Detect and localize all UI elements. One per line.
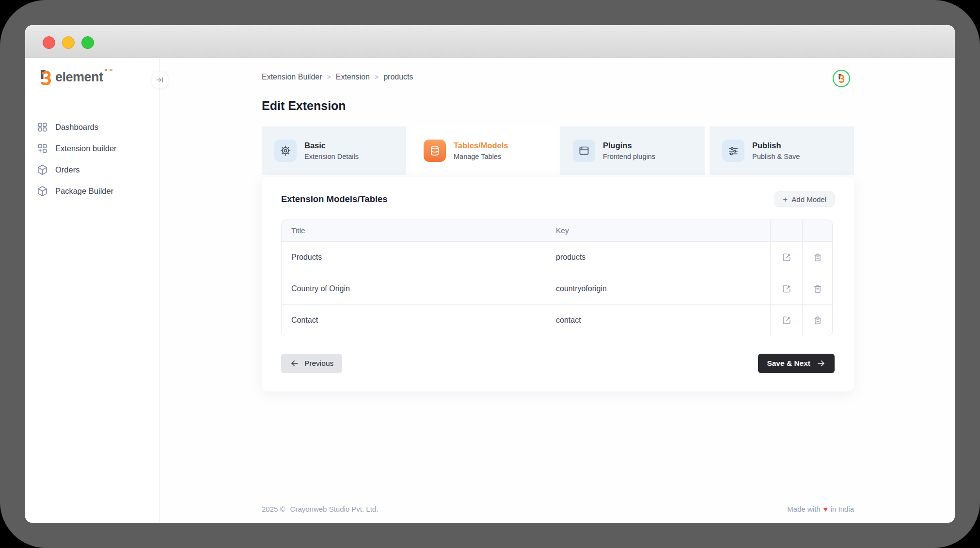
user-avatar[interactable] [833,70,850,87]
window-controls [43,36,94,49]
logo-dot [105,69,107,71]
tab-subtitle: Frontend plugins [603,153,655,160]
tab-subtitle: Extension Details [304,153,359,160]
package-box-icon [37,164,48,175]
previous-button[interactable]: Previous [281,354,342,373]
edit-row-button[interactable] [771,242,802,273]
edit-icon [781,283,792,294]
brand-logo: element ™ [37,69,159,86]
trash-icon [812,283,823,294]
page-footer: 2025 © Crayonweb Studio Pvt. Ltd. Made w… [262,505,854,513]
window-titlebar [25,25,955,58]
delete-row-button[interactable] [803,273,832,304]
plus-icon: + [783,195,788,204]
delete-row-button[interactable] [803,305,832,336]
models-table: Title Key Products products [281,219,833,336]
wizard-tabs: Basic Extension Details Tables/Models Ma… [262,126,854,175]
arrow-to-bar-icon [156,76,164,84]
maximize-window-button[interactable] [81,36,94,49]
breadcrumb-extension-builder[interactable]: Extension Builder [262,73,322,81]
dashboard-grid-icon [37,122,48,133]
table-header-row: Title Key [281,219,833,242]
tab-title: Tables/Models [454,141,508,150]
tab-plugins[interactable]: Plugins Frontend plugins [560,126,705,175]
sidebar-nav: Dashboards Extension builder Orders Pack… [37,116,159,202]
column-header-title: Title [281,219,546,242]
breadcrumb-extension[interactable]: Extension [336,73,370,81]
main-area: Extension Builder > Extension > products… [160,58,955,522]
add-model-label: Add Model [791,195,826,204]
trademark-symbol: ™ [108,68,113,73]
cell-title: Contact [281,305,546,336]
column-header-edit [770,219,802,242]
sidebar-item-dashboards[interactable]: Dashboards [37,116,159,138]
arrow-right-icon [816,359,826,368]
breadcrumb: Extension Builder > Extension > products [262,73,854,81]
extension-grid-plus-icon [37,143,48,154]
heart-icon: ♥ [823,505,828,513]
column-header-key: Key [546,219,770,242]
gear-icon [280,145,291,157]
breadcrumb-products[interactable]: products [383,73,413,81]
company-name: Crayonweb Studio Pvt. Ltd. [290,505,379,513]
brand-logo-icon [37,69,54,86]
database-icon [429,145,441,157]
column-header-delete [802,219,833,242]
tab-title: Plugins [603,141,655,150]
edit-icon [781,252,792,263]
trash-icon [812,252,823,263]
sidebar: element ™ Dashboards Extension builder O… [25,58,160,522]
app-window: element ™ Dashboards Extension builder O… [25,25,955,523]
cell-key: products [546,242,770,273]
tab-publish[interactable]: Publish Publish & Save [710,126,854,175]
tab-basic[interactable]: Basic Extension Details [262,126,406,175]
sidebar-item-label: Dashboards [55,123,98,132]
tab-subtitle: Publish & Save [752,153,800,160]
table-row: Products products [281,242,833,273]
package-box-icon [37,186,48,197]
edit-icon [781,315,792,326]
cell-key: contact [546,305,770,336]
cell-key: countryoforigin [546,273,770,305]
tab-title: Basic [304,141,359,150]
save-next-label: Save & Next [767,359,810,368]
minimize-window-button[interactable] [62,36,75,49]
models-panel: Extension Models/Tables + Add Model Titl… [262,177,854,391]
screen-bezel: element ™ Dashboards Extension builder O… [0,0,980,548]
sidebar-item-label: Orders [55,165,79,174]
breadcrumb-separator: > [375,73,379,81]
breadcrumb-separator: > [327,73,331,81]
sliders-icon [727,145,739,157]
cell-title: Products [281,242,546,273]
tab-tables-models[interactable]: Tables/Models Manage Tables [411,126,555,175]
copyright-text: 2025 © [262,505,285,513]
location-text: in India [831,505,854,513]
edit-row-button[interactable] [771,305,802,336]
page-title: Edit Extension [262,99,854,113]
close-window-button[interactable] [43,36,55,49]
tab-title: Publish [752,141,800,150]
brand-logo-icon [837,74,846,83]
sidebar-item-orders[interactable]: Orders [37,159,159,180]
previous-label: Previous [304,359,333,368]
sidebar-item-extension-builder[interactable]: Extension builder [37,138,159,159]
browser-window-icon [578,145,590,157]
table-row: Country of Origin countryoforigin [281,273,833,305]
cell-title: Country of Origin [281,273,546,305]
save-next-button[interactable]: Save & Next [758,354,835,373]
sidebar-item-label: Package Builder [55,187,113,196]
brand-name: element [55,69,103,85]
table-row: Contact contact [281,305,833,336]
sidebar-item-label: Extension builder [55,144,117,153]
trash-icon [812,315,823,326]
tab-subtitle: Manage Tables [454,153,508,160]
add-model-button[interactable]: + Add Model [775,191,835,207]
sidebar-collapse-button[interactable] [152,72,168,88]
panel-heading: Extension Models/Tables [281,194,388,204]
made-with-text: Made with [787,505,820,513]
edit-row-button[interactable] [771,273,802,304]
sidebar-item-package-builder[interactable]: Package Builder [37,180,159,202]
delete-row-button[interactable] [803,242,832,273]
arrow-left-icon [290,359,300,368]
